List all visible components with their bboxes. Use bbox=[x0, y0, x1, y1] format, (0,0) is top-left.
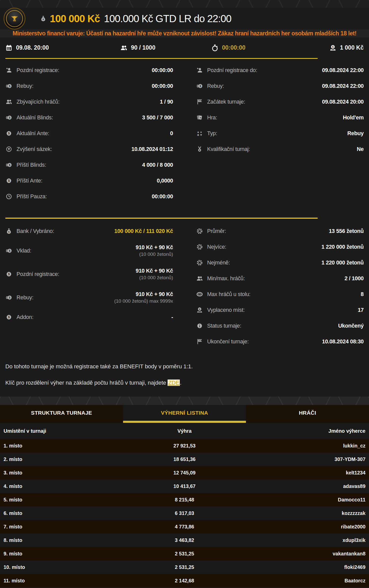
details-left-column: Pozdní registrace:00:00:00 $Rebuy:00:00:… bbox=[5, 62, 173, 204]
players-count-value: 90 / 1000 bbox=[131, 44, 155, 51]
tournament-title: 100.000 Kč GTD LR do 22:00 bbox=[104, 13, 231, 24]
stopwatch-icon bbox=[211, 44, 218, 52]
detail-row: ♠Hra:Hold'em bbox=[196, 110, 364, 125]
table-row: 2. místo18 651,36307-YDM-307 bbox=[0, 453, 369, 466]
dollar-circle-icon: $ bbox=[5, 314, 12, 320]
card-suits-icon: ♠♦♣♥ bbox=[196, 130, 203, 137]
table-row: 10. místo2 531,25floki2469 bbox=[0, 561, 369, 574]
start-datetime-value: 09.08. 20:00 bbox=[16, 44, 49, 51]
svg-text:$: $ bbox=[8, 315, 10, 319]
payout-key-note: Klíč pro rozdělení výher na základě počt… bbox=[5, 379, 364, 387]
detail-row: Kvalifikační turnaj:Ne bbox=[196, 141, 364, 157]
detail-row: ♠♦♣♥Typ:Rebuy bbox=[196, 125, 364, 141]
gold-divider bbox=[5, 218, 318, 219]
people-icon bbox=[196, 275, 203, 282]
tournament-details-bottom: $Bank / Vybráno:100 000 Kč / 111 020 Kč … bbox=[0, 223, 369, 349]
detail-row: Průměr:13 556 žetonů bbox=[196, 223, 364, 239]
svg-text:♥: ♥ bbox=[200, 133, 202, 137]
people-icon bbox=[120, 44, 127, 52]
dollar-circle-icon: $ bbox=[5, 271, 12, 277]
dollar-circle-icon: $ bbox=[5, 177, 12, 184]
guaranteed-prize: 100 000 Kč bbox=[50, 13, 100, 24]
calendar-icon bbox=[5, 44, 12, 52]
poker-chip-logo bbox=[4, 8, 25, 30]
svg-text:$: $ bbox=[332, 45, 334, 48]
players-count: 90 / 1000 bbox=[120, 44, 211, 52]
coins-icon: $ bbox=[196, 83, 203, 89]
detail-row: Příští Pauza:00:00:00 bbox=[5, 189, 173, 204]
coins-icon: $ bbox=[5, 114, 12, 121]
coins-icon: $ bbox=[5, 162, 12, 168]
dollar-circle-icon: $ bbox=[5, 130, 12, 137]
payout-key-link[interactable]: ZDE bbox=[168, 380, 180, 386]
raise-arrow-icon bbox=[5, 146, 12, 152]
benefit-note: Do tohoto turnaje je možná registrace ta… bbox=[5, 363, 364, 370]
money-bag-icon: $ bbox=[5, 228, 12, 234]
poker-table-icon bbox=[196, 291, 203, 298]
detail-row: $Rebuy:00:00:00 bbox=[5, 78, 173, 94]
lobby-tabs: STRUKTURA TURNAJE VÝHERNÍ LISTINA HRÁČI bbox=[0, 405, 369, 423]
svg-text:$: $ bbox=[8, 230, 10, 233]
detail-row: Zbývajících hráčů:1 / 90 bbox=[5, 94, 173, 110]
svg-text:$: $ bbox=[9, 249, 10, 252]
detail-row: Nejvíce:1 220 000 žetonů bbox=[196, 239, 364, 255]
column-header-place: Umístění v turnaji bbox=[4, 428, 124, 434]
clock-icon bbox=[5, 193, 12, 200]
svg-text:♣: ♣ bbox=[197, 133, 199, 137]
detail-row: Začátek turnaje:09.08.2024 20:00 bbox=[196, 94, 364, 110]
checkered-flag-icon bbox=[196, 338, 203, 345]
lobby-header: $ 100 000 Kč 100.000 Kč GTD LR do 22:00 bbox=[0, 8, 369, 30]
buyin-value: 1 000 Kč bbox=[340, 44, 364, 51]
info-icon bbox=[196, 323, 203, 329]
buyin: $ 1 000 Kč bbox=[329, 44, 364, 52]
table-row: 7. místo4 773,86ribate2000 bbox=[0, 520, 369, 534]
tab-players[interactable]: HRÁČI bbox=[246, 405, 369, 423]
svg-text:$: $ bbox=[8, 179, 10, 183]
tab-tournament-structure[interactable]: STRUKTURA TURNAJE bbox=[0, 405, 123, 423]
detail-row: $Aktuální Blinds:3 500 / 7 000 bbox=[5, 110, 173, 125]
person-plus-icon bbox=[5, 67, 12, 74]
table-row: 11. místo2 142,68Baatorcz bbox=[0, 574, 369, 587]
details-left-column: $Bank / Vybráno:100 000 Kč / 111 020 Kč … bbox=[5, 223, 173, 325]
coins-icon: $ bbox=[5, 247, 12, 254]
checkered-flag-icon bbox=[196, 99, 203, 105]
trophy-icon bbox=[11, 15, 18, 22]
tournament-lobby-page: $ 100 000 Kč 100.000 Kč GTD LR do 22:00 … bbox=[0, 0, 369, 587]
tournament-details-top: Pozdní registrace:00:00:00 $Rebuy:00:00:… bbox=[0, 62, 369, 204]
poker-chip-icon bbox=[196, 259, 203, 266]
table-row: 3. místo12 745,09kelt1234 bbox=[0, 466, 369, 480]
svg-text:♠: ♠ bbox=[200, 116, 201, 119]
detail-row: Nejméně:1 220 000 žetonů bbox=[196, 255, 364, 271]
table-row: 6. místo6 317,03kozzzzzak bbox=[0, 507, 369, 520]
detail-row: Pozdní registrace:00:00:00 bbox=[5, 62, 173, 78]
svg-text:$: $ bbox=[199, 85, 201, 88]
detail-row: $Addon:- bbox=[5, 309, 173, 325]
detail-row: $Příští Blinds:4 000 / 8 000 bbox=[5, 157, 173, 173]
detail-row: $Vklad:910 Kč + 90 Kč(10 000 žetonů) bbox=[5, 239, 173, 262]
svg-text:$: $ bbox=[8, 132, 10, 135]
svg-text:$: $ bbox=[9, 85, 10, 88]
tab-payout-list[interactable]: VÝHERNÍ LISTINA bbox=[123, 405, 246, 423]
coins-icon: $ bbox=[5, 294, 12, 301]
coins-icon: $ bbox=[5, 83, 12, 89]
svg-text:$: $ bbox=[42, 18, 44, 21]
gambling-warning-bar: Ministerstvo financí varuje: Účastí na h… bbox=[0, 30, 369, 37]
playing-cards-icon: ♠ bbox=[196, 114, 203, 121]
table-row: 5. místo8 215,48Damocco11 bbox=[0, 493, 369, 507]
gold-divider bbox=[5, 58, 318, 59]
svg-text:$: $ bbox=[8, 272, 10, 276]
detail-row: $Rebuy:910 Kč + 90 Kč(10 000 žetonů) max… bbox=[5, 286, 173, 309]
tournament-notes: Do tohoto turnaje je možná registrace ta… bbox=[0, 363, 369, 387]
table-row: 9. místo2 531,25vakantankan8 bbox=[0, 547, 369, 561]
poker-chip-icon bbox=[196, 228, 203, 234]
timer: 00:00:00 bbox=[211, 44, 318, 52]
start-datetime: 09.08. 20:00 bbox=[5, 44, 120, 52]
payout-icon: $ bbox=[196, 307, 203, 313]
detail-row: Zvýšení sázek:10.08.2024 01:12 bbox=[5, 141, 173, 157]
table-row: 1. místo27 921,53lukkin_cz bbox=[0, 439, 369, 453]
svg-text:$: $ bbox=[9, 116, 10, 119]
detail-row: Max hráčů u stolu:8 bbox=[196, 286, 364, 302]
column-header-winner: Jméno výherce bbox=[245, 428, 365, 434]
svg-text:$: $ bbox=[199, 308, 200, 311]
people-icon bbox=[5, 99, 12, 105]
